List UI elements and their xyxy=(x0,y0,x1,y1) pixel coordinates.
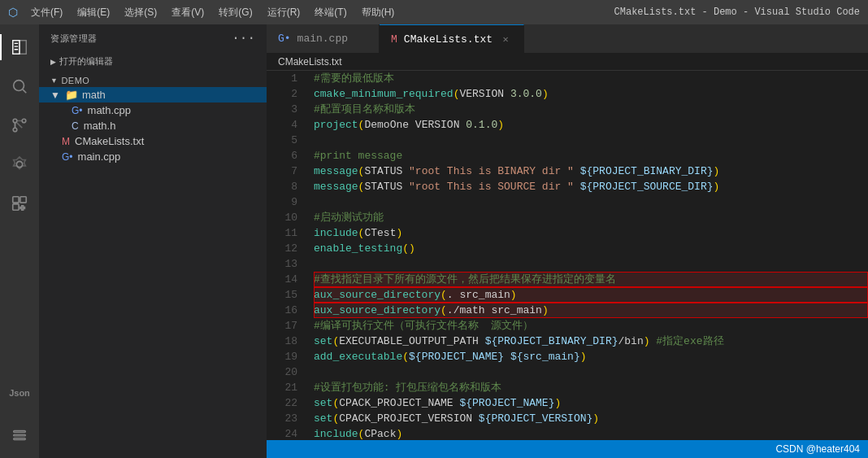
tab-close-button[interactable]: ✕ xyxy=(499,33,512,46)
code-token: ( xyxy=(454,86,460,102)
line-num-16: 16 xyxy=(267,303,297,318)
code-token xyxy=(574,164,580,179)
line-num-11: 11 xyxy=(267,225,297,241)
open-editors-text: 打开的编辑器 xyxy=(59,55,113,68)
demo-section: ▼ DEMO ▼ 📁 math G• math.cpp C math.h M xyxy=(39,74,267,164)
sidebar-more-button[interactable]: ··· xyxy=(232,31,255,46)
line-num-17: 17 xyxy=(267,318,297,334)
code-token: CPACK_PROJECT_NAME xyxy=(339,395,459,411)
code-line-2: cmake_minimum_required(VERSION 3.0.0) xyxy=(314,86,868,102)
code-token: aux_source_directory xyxy=(314,303,441,318)
code-token: message xyxy=(314,179,358,194)
activity-settings[interactable] xyxy=(0,416,39,455)
tab-label: main.cpp xyxy=(297,33,348,45)
code-token xyxy=(574,179,580,194)
code-token: #配置项目名称和版本 xyxy=(314,102,415,117)
code-token: #查找指定目录下所有的源文件，然后把结果保存进指定的变量名 xyxy=(314,272,616,287)
code-token: include xyxy=(314,225,358,241)
file-name: math.cpp xyxy=(88,104,131,116)
code-token: enable_testing xyxy=(314,241,402,256)
menu-goto[interactable]: 转到(G) xyxy=(212,4,258,21)
code-token: ${PROJECT_NAME} xyxy=(459,395,554,411)
activity-extensions[interactable] xyxy=(0,184,39,223)
svg-rect-8 xyxy=(13,197,19,203)
demo-folder-label[interactable]: ▼ DEMO xyxy=(39,74,267,87)
code-editor[interactable]: 1 2 3 4 5 6 7 8 9 10 11 12 13 14 15 16 1… xyxy=(267,71,868,440)
tab-cmakelists[interactable]: M CMakeLists.txt ✕ xyxy=(380,24,524,53)
code-token: ) xyxy=(396,225,402,241)
code-token: ) xyxy=(542,303,549,318)
code-line-14: #查找指定目录下所有的源文件，然后把结果保存进指定的变量名 xyxy=(314,272,868,287)
code-token: ( xyxy=(358,179,365,194)
line-num-15: 15 xyxy=(267,287,297,303)
demo-text: DEMO xyxy=(61,76,89,85)
status-bar: CSDN @heater404 xyxy=(267,440,868,458)
code-token: include xyxy=(314,426,358,440)
svg-point-4 xyxy=(13,119,17,123)
line-num-22: 22 xyxy=(267,395,297,411)
chevron-right-icon: ▶ xyxy=(50,58,56,66)
menu-help[interactable]: 帮助(H) xyxy=(355,4,401,21)
open-editors-label[interactable]: ▶ 打开的编辑器 xyxy=(50,55,255,68)
code-token: ) xyxy=(510,287,517,303)
code-token: message xyxy=(314,164,358,179)
breadcrumb-file: CMakeLists.txt xyxy=(278,56,342,68)
code-token: cmake_minimum_required xyxy=(314,86,454,102)
activity-search[interactable] xyxy=(0,67,39,106)
code-token: ( xyxy=(358,117,365,133)
code-token: ${PROJECT_VERSION} xyxy=(479,411,592,426)
code-token: ) xyxy=(497,117,504,133)
line-num-19: 19 xyxy=(267,349,297,364)
code-token: ) xyxy=(580,349,587,364)
code-token: . src_main xyxy=(447,287,510,303)
code-token: ) xyxy=(714,179,720,194)
code-token: CTest xyxy=(364,225,396,241)
sidebar-item-math-h[interactable]: C math.h xyxy=(39,118,267,133)
tabs-bar: G• main.cpp ✕ M CMakeLists.txt ✕ xyxy=(267,24,868,53)
file-name: main.cpp xyxy=(78,150,121,163)
menu-terminal[interactable]: 终端(T) xyxy=(308,4,353,21)
code-token: add_executable xyxy=(314,349,402,364)
code-token: CPACK_PROJECT_VERSION xyxy=(339,411,479,426)
tab-main-cpp[interactable]: G• main.cpp ✕ xyxy=(267,24,380,53)
line-num-18: 18 xyxy=(267,334,297,349)
code-line-16: aux_source_directory(./math src_main) xyxy=(314,303,868,318)
activity-explorer[interactable] xyxy=(0,28,39,67)
breadcrumb: CMakeLists.txt xyxy=(267,53,868,71)
menu-run[interactable]: 运行(R) xyxy=(261,4,307,21)
line-num-3: 3 xyxy=(267,102,297,117)
sidebar-title: 资源管理器 xyxy=(50,33,98,45)
code-token: set xyxy=(314,411,332,426)
code-line-21: #设置打包功能: 打包压缩包名称和版本 xyxy=(314,380,868,395)
code-token: STATUS xyxy=(364,164,409,179)
watermark-text: CSDN @heater404 xyxy=(775,443,860,455)
code-token xyxy=(504,349,510,364)
sidebar-item-math-folder[interactable]: ▼ 📁 math xyxy=(39,87,267,103)
sidebar-item-main-cpp[interactable]: G• main.cpp xyxy=(39,149,267,164)
code-content: #需要的最低版本 cmake_minimum_required(VERSION … xyxy=(307,71,868,440)
code-token: ) xyxy=(542,86,549,102)
activity-git[interactable] xyxy=(0,106,39,145)
menu-edit[interactable]: 编辑(E) xyxy=(71,4,116,21)
tab-label: CMakeLists.txt xyxy=(404,33,493,46)
code-line-4: project(DemoOne VERSION 0.1.0) xyxy=(314,117,868,133)
code-line-19: add_executable(${PROJECT_NAME} ${src_mai… xyxy=(314,349,868,364)
svg-line-3 xyxy=(23,89,26,93)
code-token: 3.0.0 xyxy=(510,86,542,102)
svg-point-6 xyxy=(13,128,17,132)
menu-view[interactable]: 查看(V) xyxy=(165,4,210,21)
sidebar-item-math-cpp[interactable]: G• math.cpp xyxy=(39,103,267,118)
code-line-3: #配置项目名称和版本 xyxy=(314,102,868,117)
code-token: STATUS xyxy=(364,179,409,194)
menu-file[interactable]: 文件(F) xyxy=(24,4,69,21)
activity-json[interactable]: Json xyxy=(0,373,39,412)
menu-select[interactable]: 选择(S) xyxy=(118,4,163,21)
line-num-7: 7 xyxy=(267,164,297,179)
sidebar-item-cmakelists[interactable]: M CMakeLists.txt xyxy=(39,133,267,149)
code-token: ( xyxy=(402,349,409,364)
activity-debug[interactable] xyxy=(0,145,39,184)
title-left: ⬡ 文件(F) 编辑(E) 选择(S) 查看(V) 转到(G) 运行(R) 终端… xyxy=(8,4,401,21)
code-token: #编译可执行文件（可执行文件名称 源文件） xyxy=(314,318,533,334)
line-num-23: 23 xyxy=(267,411,297,426)
code-token: EXECUTABLE_OUTPUT_PATH xyxy=(339,334,484,349)
